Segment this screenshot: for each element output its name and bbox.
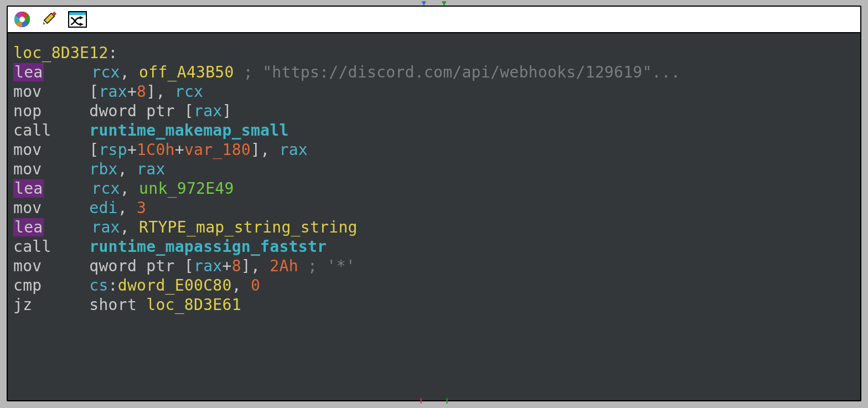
token-plain: +	[127, 141, 137, 159]
token-num: 8	[232, 257, 241, 275]
token-reg: rax	[194, 102, 222, 120]
token-plain: +	[127, 82, 137, 101]
mnemonic: cmp	[13, 276, 42, 295]
token-br: ]	[146, 82, 156, 101]
token-comment: ; '*'	[308, 257, 355, 275]
mnemonic: mov	[13, 257, 42, 275]
shuffle-icon	[68, 11, 87, 28]
mnemonic: lea	[13, 179, 44, 198]
token-kw: qword ptr	[89, 257, 184, 275]
token-reg: rax	[137, 160, 165, 178]
token-sym-green: unk_972E49	[139, 179, 234, 198]
token-reg: rsp	[99, 141, 127, 159]
color-wheel-button[interactable]	[12, 9, 32, 29]
token-br: [	[184, 257, 194, 275]
token-reg: edi	[89, 199, 117, 217]
block-toolbar	[8, 7, 860, 33]
mnemonic: call	[13, 121, 51, 140]
token-num: 1C0h	[137, 141, 175, 159]
token-reg: rcx	[91, 179, 120, 198]
token-kw: short	[89, 296, 146, 314]
asm-line[interactable]: jz short loc_8D3E61	[13, 295, 855, 314]
incoming-edge-arrows: ▼ ▼	[422, 0, 447, 6]
mnemonic: call	[13, 237, 51, 256]
token-seg: cs	[89, 276, 108, 295]
token-reg: rax	[91, 218, 120, 236]
asm-line[interactable]: call runtime_makemap_small	[13, 121, 855, 140]
token-br: [	[89, 141, 99, 159]
asm-line[interactable]: lea rcx, unk_972E49	[13, 179, 855, 198]
shuffle-button[interactable]	[68, 9, 87, 29]
token-reg: rax	[194, 257, 222, 275]
mnemonic: mov	[13, 141, 42, 159]
token-num: 8	[137, 82, 146, 101]
token-sym-yellow: loc_8D3E61	[146, 296, 241, 314]
mnemonic: lea	[13, 218, 44, 236]
asm-line[interactable]: lea rcx, off_A43B50 ; "https://discord.c…	[13, 63, 855, 82]
svg-point-1	[19, 17, 25, 22]
token-reg: rax	[280, 141, 308, 159]
asm-line[interactable]: nop dword ptr [rax]	[13, 101, 855, 121]
token-funccall: runtime_makemap_small	[89, 121, 288, 140]
token-plain: ,	[120, 218, 139, 236]
edge-false-icon	[421, 398, 422, 404]
token-sym-yellow: RTYPE_map_string_string	[139, 218, 358, 236]
token-br: [	[89, 82, 99, 101]
edit-button[interactable]	[40, 9, 60, 29]
token-plain: +	[223, 257, 232, 275]
token-sym-yellow: off_A43B50	[139, 63, 234, 81]
token-reg: rcx	[175, 82, 203, 101]
token-plain: ,	[251, 257, 270, 275]
token-reg: rcx	[91, 63, 120, 81]
token-plain: ,	[156, 82, 174, 101]
disasm-block-panel: loc_8D3E12:lea rcx, off_A43B50 ; "https:…	[7, 6, 861, 401]
asm-line[interactable]: cmp cs:dword_E00C80, 0	[13, 276, 855, 295]
token-kw: dword ptr	[89, 102, 184, 120]
mnemonic: mov	[13, 199, 42, 217]
token-plain: ,	[120, 63, 139, 81]
arrow-down-blue-icon: ▼	[422, 0, 426, 6]
token-sym-yellow: dword_E00C80	[118, 276, 232, 295]
asm-line[interactable]: call runtime_mapassign_faststr	[13, 237, 855, 256]
token-comment: ; "https://discord.com/api/webhooks/1296…	[244, 63, 680, 81]
mnemonic: mov	[13, 82, 42, 101]
arrow-down-green-icon: ▼	[442, 0, 446, 6]
token-plain: +	[175, 141, 184, 159]
asm-line[interactable]: mov rbx, rax	[13, 159, 855, 179]
token-plain: ,	[118, 160, 137, 178]
token-br: [	[184, 102, 194, 120]
token-plain: ,	[118, 199, 137, 217]
token-br: ]	[241, 257, 251, 275]
token-num: var_180	[184, 141, 251, 159]
color-wheel-icon	[13, 11, 31, 28]
token-funccall: runtime_mapassign_faststr	[89, 237, 327, 256]
mnemonic: mov	[13, 160, 42, 178]
token-plain: ,	[260, 141, 279, 159]
token-br: ]	[251, 141, 260, 159]
token-plain	[234, 63, 244, 81]
token-plain	[298, 257, 308, 275]
disassembly-listing[interactable]: loc_8D3E12:lea rcx, off_A43B50 ; "https:…	[8, 33, 860, 400]
token-plain: ,	[232, 276, 251, 295]
edit-icon	[41, 11, 59, 28]
asm-line[interactable]: mov edi, 3	[13, 198, 855, 218]
token-reg: rbx	[89, 160, 117, 178]
block-label[interactable]: loc_8D3E12	[13, 44, 108, 62]
token-plain: :	[108, 276, 118, 295]
mnemonic: nop	[13, 102, 42, 120]
mnemonic: lea	[13, 63, 44, 81]
mnemonic: jz	[13, 296, 32, 314]
token-num: 2Ah	[270, 257, 298, 275]
outgoing-edges	[421, 398, 448, 404]
token-reg: rax	[99, 82, 127, 101]
asm-line[interactable]: mov qword ptr [rax+8], 2Ah ; '*'	[13, 256, 855, 276]
token-br: ]	[223, 102, 232, 120]
token-plain: ,	[120, 179, 139, 198]
asm-line[interactable]: lea rax, RTYPE_map_string_string	[13, 218, 855, 237]
token-num: 0	[251, 276, 260, 295]
asm-line[interactable]: mov [rsp+1C0h+var_180], rax	[13, 140, 855, 159]
edge-true-icon	[447, 398, 448, 404]
asm-line[interactable]: mov [rax+8], rcx	[13, 82, 855, 101]
token-num: 3	[137, 199, 146, 217]
